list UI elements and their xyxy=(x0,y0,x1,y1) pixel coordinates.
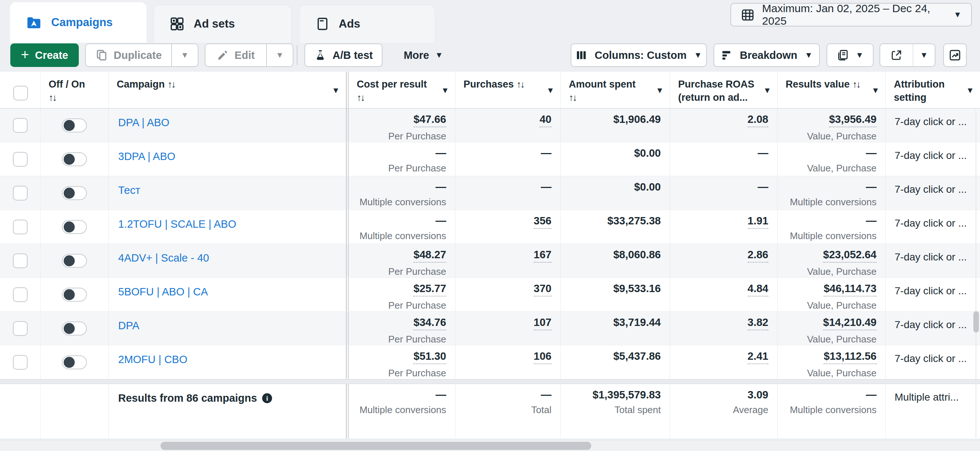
campaign-toggle-off[interactable] xyxy=(62,355,87,369)
export-button[interactable] xyxy=(880,44,913,66)
cost-value[interactable]: $51.30 xyxy=(414,351,446,364)
attribution-cell: 7-day click or ... xyxy=(886,244,980,277)
results-value[interactable]: $23,052.64 xyxy=(823,249,877,263)
row-checkbox[interactable] xyxy=(13,287,28,302)
campaign-toggle-off[interactable] xyxy=(62,118,87,132)
campaign-link[interactable]: Тест xyxy=(118,184,140,196)
purchases-value[interactable]: 106 xyxy=(534,351,552,364)
purchases-value[interactable]: 370 xyxy=(534,283,552,297)
columns-button[interactable]: Columns: Custom ▼ xyxy=(571,43,707,67)
spent-value: $5,437.86 xyxy=(613,351,661,362)
campaign-link[interactable]: 3DPA | ABO xyxy=(118,151,175,162)
chevron-down-icon[interactable]: ▼ xyxy=(655,86,664,95)
tab-campaigns[interactable]: Campaigns xyxy=(10,2,146,43)
tab-ad-sets[interactable]: Ad sets xyxy=(154,5,291,43)
duplicate-button[interactable]: Duplicate xyxy=(86,44,171,66)
row-checkbox[interactable] xyxy=(13,355,28,370)
header-off-on[interactable]: Off / On ↑↓ xyxy=(40,72,108,108)
header-cost-per-result[interactable]: Cost per result ↑↓ ▼ xyxy=(346,72,455,108)
cost-value[interactable]: $48.27 xyxy=(414,249,446,263)
info-icon[interactable] xyxy=(262,393,272,403)
entity-tabbar: Campaigns Ad sets Ads Maximum: Jan 02, 2… xyxy=(0,0,980,43)
chevron-down-icon[interactable]: ▼ xyxy=(332,86,340,95)
chevron-down-icon[interactable]: ▼ xyxy=(872,86,880,95)
roas-value[interactable]: 2.86 xyxy=(748,249,768,263)
campaign-link[interactable]: 1.2TOFU | SCALE | ABO xyxy=(118,218,236,230)
campaign-toggle-off[interactable] xyxy=(62,220,87,234)
edit-button[interactable]: Edit xyxy=(205,44,266,66)
campaign-link[interactable]: 5BOFU | ABO | CA xyxy=(118,286,208,298)
create-button[interactable]: + Create xyxy=(10,43,79,67)
purchases-value[interactable]: 167 xyxy=(534,249,552,263)
header-attribution-setting[interactable]: Attribution setting ▼ xyxy=(886,72,980,108)
results-value[interactable]: $13,112.56 xyxy=(824,351,877,364)
cost-value[interactable]: $47.66 xyxy=(414,114,446,127)
duplicate-split-button: Duplicate ▼ xyxy=(85,43,199,67)
ab-test-button[interactable]: A/B test xyxy=(304,43,382,67)
roas-value[interactable]: 2.41 xyxy=(748,351,768,364)
breakdown-button[interactable]: Breakdown ▼ xyxy=(713,43,820,67)
roas-value[interactable]: 3.82 xyxy=(748,317,768,330)
campaign-toggle-off[interactable] xyxy=(62,254,87,268)
spent-cell: $33,275.38 xyxy=(561,210,670,243)
campaign-toggle-off[interactable] xyxy=(62,152,87,166)
header-campaign[interactable]: Campaign ↑↓ ▼ xyxy=(108,72,346,108)
row-checkbox[interactable] xyxy=(13,186,28,200)
date-range-label: Maximum: Jan 02, 2025 – Dec 24, 2025 xyxy=(762,2,946,27)
duplicate-icon xyxy=(95,49,108,62)
row-toggle-cell xyxy=(40,311,108,345)
duplicate-dropdown[interactable]: ▼ xyxy=(171,44,198,66)
header-amount-spent[interactable]: Amount spent ↑↓ ▼ xyxy=(561,72,670,108)
roas-value[interactable]: 4.84 xyxy=(748,283,768,297)
header-purchases[interactable]: Purchases ↑↓ ▼ xyxy=(455,72,561,108)
results-value[interactable]: $3,956.49 xyxy=(829,114,877,127)
campaign-link[interactable]: DPA | ABO xyxy=(118,117,169,129)
row-checkbox[interactable] xyxy=(13,254,28,268)
campaign-link[interactable]: 4ADV+ | Scale - 40 xyxy=(118,252,209,264)
header-roas-label-1: Purchase ROAS xyxy=(678,78,770,91)
more-button[interactable]: More ▼ xyxy=(398,43,449,67)
toggle-knob xyxy=(64,357,75,368)
campaign-link[interactable]: DPA xyxy=(118,320,139,332)
pencil-icon xyxy=(217,49,229,61)
header-results-value[interactable]: Results value ↑↓ ▼ xyxy=(778,72,886,108)
purchases-value[interactable]: 356 xyxy=(534,215,552,229)
attribution-cell: 7-day click or ... xyxy=(886,142,980,176)
purchases-value[interactable]: 107 xyxy=(534,317,552,330)
horizontal-scrollbar-thumb[interactable] xyxy=(161,442,591,450)
cost-value: — xyxy=(436,148,446,159)
export-dropdown[interactable]: ▼ xyxy=(913,44,935,66)
cost-value[interactable]: $34.76 xyxy=(414,317,446,330)
chevron-down-icon[interactable]: ▼ xyxy=(546,86,554,95)
results-sublabel: Value, Purchase xyxy=(807,163,877,174)
select-all-checkbox[interactable] xyxy=(13,86,28,100)
roas-value[interactable]: 2.08 xyxy=(748,114,768,127)
date-range-selector[interactable]: Maximum: Jan 02, 2025 – Dec 24, 2025 ▼ xyxy=(730,3,972,27)
edit-dropdown[interactable]: ▼ xyxy=(266,44,293,66)
roas-value[interactable]: 1.91 xyxy=(748,215,768,229)
trends-chart-icon xyxy=(948,49,962,62)
chevron-down-icon[interactable]: ▼ xyxy=(966,86,974,95)
row-checkbox[interactable] xyxy=(13,118,28,133)
results-value[interactable]: $14,210.49 xyxy=(823,317,877,330)
chevron-down-icon[interactable]: ▼ xyxy=(441,86,449,95)
vertical-scrollbar-thumb[interactable] xyxy=(974,311,979,333)
attribution-cell: 7-day click or ... xyxy=(886,278,980,311)
campaign-toggle-off[interactable] xyxy=(62,186,87,200)
header-purchase-roas[interactable]: Purchase ROAS (return on ad... ▼ xyxy=(670,72,778,108)
row-checkbox[interactable] xyxy=(13,152,28,167)
spent-cell: $1,906.49 xyxy=(561,108,670,142)
view-charts-button[interactable] xyxy=(943,43,967,67)
horizontal-scrollbar-track[interactable] xyxy=(0,440,980,451)
purchases-value[interactable]: 40 xyxy=(540,114,552,127)
chevron-down-icon[interactable]: ▼ xyxy=(763,86,771,95)
row-checkbox[interactable] xyxy=(13,220,28,234)
campaign-toggle-off[interactable] xyxy=(62,321,87,335)
tab-ads[interactable]: Ads xyxy=(299,5,435,43)
reports-button[interactable]: ▼ xyxy=(826,43,873,67)
results-value[interactable]: $46,114.73 xyxy=(824,283,877,297)
campaign-toggle-off[interactable] xyxy=(62,287,87,302)
row-checkbox[interactable] xyxy=(13,321,28,336)
cost-value[interactable]: $25.77 xyxy=(414,283,446,297)
campaign-link[interactable]: 2MOFU | CBO xyxy=(118,354,188,365)
